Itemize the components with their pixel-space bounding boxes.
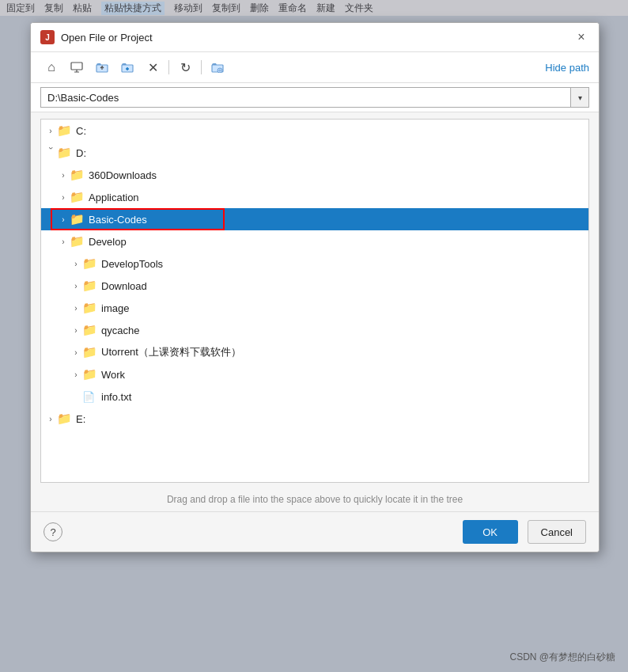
tree-item-developtools[interactable]: › 📁 DevelopTools	[41, 252, 588, 275]
ok-button[interactable]: OK	[463, 520, 518, 544]
folder-icon-d: 📁	[57, 146, 73, 160]
label-develop: Develop	[89, 236, 127, 248]
tree-item-basic-codes[interactable]: › 📁 Basic-Codes	[41, 208, 588, 230]
dialog-titlebar: J Open File or Project ×	[31, 23, 599, 52]
dialog-footer: ? OK Cancel	[31, 511, 599, 552]
label-e: E:	[76, 413, 85, 425]
chevron-qycache: ›	[70, 326, 82, 335]
tree-item-develop[interactable]: › 📁 Develop	[41, 230, 588, 252]
folder-icon-work: 📁	[82, 367, 98, 382]
dialog-title: Open File or Project	[61, 32, 567, 44]
tree-item-utorrent[interactable]: › 📁 Utorrent（上课资料下载软件）	[41, 341, 588, 363]
toolbar-separator	[168, 60, 169, 74]
drag-drop-hint: Drag and drop a file into the space abov…	[31, 489, 599, 511]
chevron-developtools: ›	[70, 260, 82, 268]
chevron-d: ›	[47, 146, 55, 159]
tree-item-image[interactable]: › 📁 image	[41, 297, 588, 319]
folder-icon-download: 📁	[82, 279, 98, 293]
path-input[interactable]	[40, 87, 570, 108]
watermark: CSDN @有梦想的白砂糖	[509, 651, 615, 664]
open-file-dialog: J Open File or Project × ⌂	[30, 22, 600, 552]
dialog-toolbar: ⌂ ✕ ↻	[31, 52, 599, 83]
folder-icon-basic-codes: 📁	[70, 212, 85, 226]
tree-item-c-drive[interactable]: › 📁 C:	[41, 120, 588, 142]
folder-new-button[interactable]	[116, 57, 138, 78]
tree-item-qycache[interactable]: › 📁 qycache	[41, 319, 588, 341]
folder-icon-360downloads: 📁	[70, 168, 85, 182]
tree-item-download[interactable]: › 📁 Download	[41, 275, 588, 297]
folder-icon-image: 📁	[82, 301, 98, 315]
chevron-application: ›	[57, 193, 70, 202]
chevron-c: ›	[44, 127, 57, 135]
svg-rect-0	[71, 63, 82, 70]
chevron-e: ›	[44, 415, 57, 423]
path-bar: ▾	[31, 83, 599, 112]
label-c: C:	[76, 125, 86, 137]
chevron-360downloads: ›	[57, 171, 70, 180]
tree-item-360downloads[interactable]: › 📁 360Downloads	[41, 164, 588, 186]
app-icon: J	[40, 30, 55, 44]
tree-item-info-txt[interactable]: › 📄 info.txt	[41, 385, 588, 408]
chevron-utorrent: ›	[70, 348, 82, 357]
tree-item-work[interactable]: › 📁 Work	[41, 363, 588, 385]
label-d: D:	[76, 147, 86, 159]
label-work: Work	[101, 369, 125, 381]
label-application: Application	[89, 192, 139, 203]
basic-codes-container: › 📁 Basic-Codes	[41, 208, 588, 230]
folder-icon-develop: 📁	[70, 234, 85, 249]
chevron-download: ›	[70, 282, 82, 290]
label-utorrent: Utorrent（上课资料下载软件）	[101, 345, 241, 359]
label-basic-codes: Basic-Codes	[89, 214, 147, 226]
label-download: Download	[101, 280, 147, 292]
delete-button[interactable]: ✕	[142, 57, 164, 78]
path-dropdown-button[interactable]: ▾	[570, 87, 589, 108]
file-tree[interactable]: › 📁 C: › 📁 D: › 📁 360Downloads › 📁 Appli…	[40, 119, 589, 483]
close-button[interactable]: ×	[573, 29, 589, 45]
network-button[interactable]	[206, 57, 229, 78]
chevron-basic-codes: ›	[57, 215, 70, 224]
folder-icon-c: 📁	[57, 123, 73, 138]
chevron-develop: ›	[57, 237, 70, 246]
folder-icon-utorrent: 📁	[82, 345, 98, 359]
label-image: image	[101, 302, 129, 314]
tree-item-d-drive[interactable]: › 📁 D:	[41, 142, 588, 164]
label-info-txt: info.txt	[101, 391, 131, 403]
folder-icon-application: 📁	[70, 190, 85, 204]
folder-icon-developtools: 📁	[82, 256, 98, 271]
cancel-button[interactable]: Cancel	[528, 520, 586, 544]
toolbar-separator-2	[201, 60, 202, 74]
label-360downloads: 360Downloads	[89, 169, 157, 181]
folder-icon-e: 📁	[57, 412, 73, 426]
folder-up-button[interactable]	[91, 57, 113, 78]
label-qycache: qycache	[101, 325, 139, 336]
file-icon-info-txt: 📄	[82, 391, 98, 403]
tree-item-e-drive[interactable]: › 📁 E:	[41, 408, 588, 430]
refresh-button[interactable]: ↻	[174, 57, 196, 78]
monitor-button[interactable]	[66, 57, 88, 78]
home-button[interactable]: ⌂	[40, 57, 62, 78]
tree-item-application[interactable]: › 📁 Application	[41, 186, 588, 208]
chevron-image: ›	[70, 304, 82, 313]
label-developtools: DevelopTools	[101, 258, 163, 270]
help-button[interactable]: ?	[44, 522, 62, 541]
hide-path-link[interactable]: Hide path	[545, 62, 589, 74]
folder-icon-qycache: 📁	[82, 323, 98, 337]
chevron-work: ›	[70, 370, 82, 379]
